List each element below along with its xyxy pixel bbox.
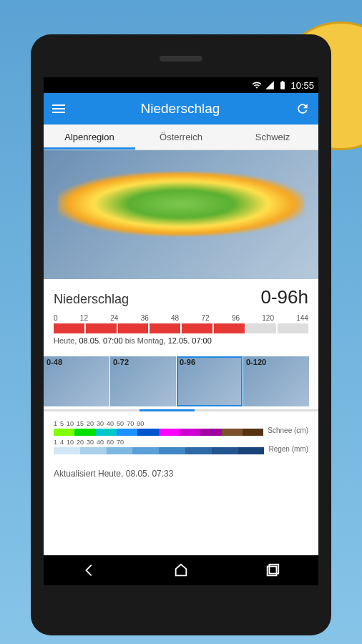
menu-button[interactable] <box>52 104 65 113</box>
timeline-segment[interactable] <box>182 323 212 333</box>
refresh-button[interactable] <box>295 102 310 116</box>
thumbnail[interactable]: 0-72 <box>110 356 176 406</box>
screen: 10:55 Niederschlag Alpenregion Österreic… <box>44 77 318 585</box>
timeline-ticks: 0 12 24 36 48 72 96 120 144 <box>54 314 308 322</box>
thumbnail-label: 0-96 <box>180 358 195 366</box>
timeline-segment[interactable] <box>150 323 180 333</box>
thumbnail[interactable]: 0-96 <box>177 356 243 406</box>
timeline: 0 12 24 36 48 72 96 120 144 Heute, 08.05… <box>54 314 308 345</box>
tab-oesterreich[interactable]: Österreich <box>135 125 227 150</box>
thumbnail-strip[interactable]: 0-480-720-960-120 <box>44 356 318 406</box>
phone-speaker <box>160 56 202 62</box>
page-title: Niederschlag <box>65 101 295 117</box>
home-button[interactable] <box>173 562 189 578</box>
timeline-segment[interactable] <box>246 323 277 333</box>
app-bar: Niederschlag <box>44 93 318 125</box>
region-tabs: Alpenregion Österreich Schweiz <box>44 125 318 150</box>
map-overlay <box>58 172 304 236</box>
snow-label: Schnee (cm) <box>268 426 308 434</box>
rain-ticks: 14102030406070 <box>54 439 264 446</box>
updated-text: Aktualisiert Heute, 08.05. 07:33 <box>44 463 318 479</box>
phone-frame: 10:55 Niederschlag Alpenregion Österreic… <box>31 34 331 635</box>
tab-schweiz[interactable]: Schweiz <box>227 125 318 150</box>
statusbar-time: 10:55 <box>290 80 314 91</box>
wifi-icon <box>252 80 262 90</box>
rain-legend-bar <box>54 447 264 454</box>
snow-ticks: 151015203040507090 <box>54 420 263 427</box>
recent-button[interactable] <box>265 562 280 578</box>
timeline-segment[interactable] <box>214 323 245 333</box>
android-statusbar: 10:55 <box>44 77 318 93</box>
timeline-segment[interactable] <box>278 323 308 333</box>
info-range: 0-96h <box>261 286 309 308</box>
thumbnail[interactable]: 0-48 <box>44 356 109 406</box>
android-navbar <box>44 555 318 585</box>
timeline-segment[interactable] <box>118 323 149 333</box>
thumbnail-label: 0-48 <box>47 358 62 366</box>
signal-icon <box>265 80 275 90</box>
thumb-scroll-indicator <box>44 409 318 411</box>
back-button[interactable] <box>82 562 97 578</box>
info-title: Niederschlag <box>54 292 129 307</box>
thumbnail-label: 0-120 <box>246 358 266 366</box>
thumbnail-label: 0-72 <box>113 358 129 366</box>
legend: 151015203040507090 Schnee (cm) 141020304… <box>44 414 318 463</box>
thumbnail[interactable]: 0-120 <box>243 356 309 406</box>
timeline-segment[interactable] <box>86 323 117 333</box>
battery-icon <box>278 80 288 90</box>
tab-alpenregion[interactable]: Alpenregion <box>44 125 135 150</box>
timeline-caption: Heute, 08.05. 07:00 bis Montag, 12.05. 0… <box>54 336 308 345</box>
info-panel: Niederschlag 0-96h 0 12 24 36 48 72 96 1… <box>44 279 318 349</box>
precipitation-map[interactable] <box>44 150 318 279</box>
rain-label: Regen (mm) <box>268 445 308 453</box>
timeline-segment[interactable] <box>54 323 84 333</box>
timeline-bars[interactable] <box>54 323 308 333</box>
snow-legend-bar <box>54 429 263 436</box>
